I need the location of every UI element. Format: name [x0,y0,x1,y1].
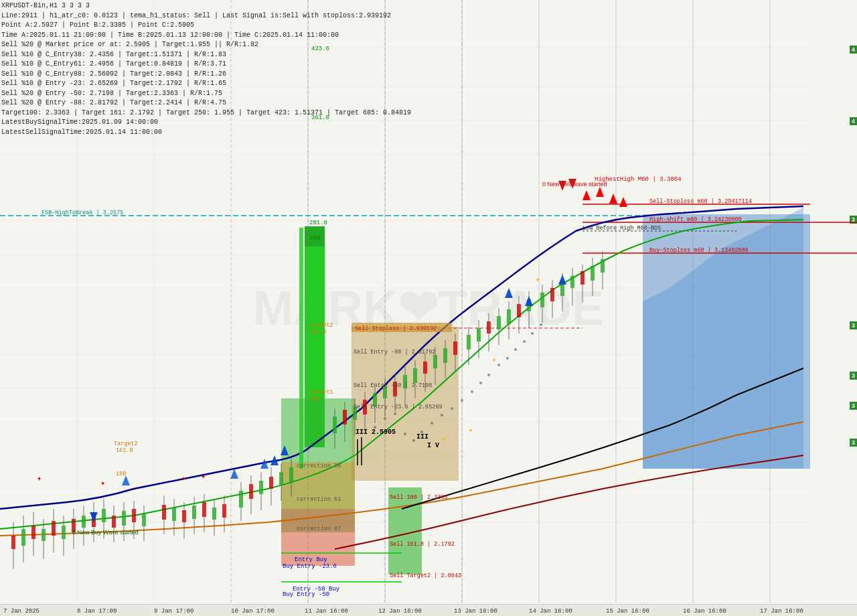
svg-text:Sell 100 | 2.3363: Sell 100 | 2.3363 [390,494,448,501]
svg-text:✦: ✦ [201,472,206,481]
svg-point-163 [487,374,490,376]
svg-text:Target2: Target2 [309,322,333,329]
svg-point-167 [523,340,526,343]
svg-marker-194 [90,512,98,522]
info-line-5: Sell %10 @ C_Entry38: 2.4356 | Target:1.… [1,50,411,60]
info-line-4: Sell %20 @ Market price or at: 2.5905 | … [1,40,411,50]
svg-text:✦: ✦ [181,474,185,483]
svg-text:correction 61: correction 61 [297,496,341,503]
svg-marker-176 [596,187,604,197]
svg-rect-80 [212,508,216,520]
time-label-3: 10 Jan 17:00 [231,608,275,615]
time-axis: 7 Jan 2025 8 Jan 17:00 9 Jan 17:00 10 Ja… [0,604,857,616]
svg-rect-96 [299,228,303,469]
svg-text:III 2.5905: III 2.5905 [356,429,396,436]
svg-rect-68 [142,514,146,526]
svg-rect-146 [580,271,585,285]
svg-rect-52 [62,526,66,539]
svg-text:250: 250 [309,235,320,242]
svg-text:Target1: Target1 [309,389,333,396]
svg-rect-114 [413,368,417,383]
svg-text:✦: ✦ [37,474,42,483]
svg-text:Entry -50 Buy: Entry -50 Buy [293,586,340,593]
svg-text:Sell Stoploss | 2.939192: Sell Stoploss | 2.939192 [355,325,437,332]
svg-rect-120 [443,348,447,363]
time-label-0: 7 Jan 2025 [3,608,40,615]
svg-rect-48 [42,529,46,541]
time-label-9: 16 Jan 16:00 [683,608,726,615]
svg-text:I V: I V [427,442,439,449]
svg-rect-132 [507,309,511,324]
svg-rect-118 [433,355,437,368]
svg-point-153 [394,412,396,415]
info-line-13: LatestSellSignalTime:2025.01.14 11:00:00 [1,128,411,138]
time-label-5: 12 Jan 16:00 [378,608,422,615]
svg-marker-175 [582,190,591,200]
svg-rect-60 [102,509,106,522]
svg-text:161.8: 161.8 [116,447,133,454]
info-line-12: LatestBuySignalTime:2025.01.09 14:00:00 [1,118,411,128]
svg-rect-86 [249,484,253,499]
svg-text:★: ★ [536,276,540,283]
svg-point-161 [471,390,473,393]
svg-text:HighestHigh   M60 | 3.3804: HighestHigh M60 | 3.3804 [595,176,682,183]
svg-rect-84 [239,491,243,508]
svg-rect-140 [550,288,554,301]
svg-marker-173 [558,275,566,285]
info-line-6: Sell %10 @ C_Entry61: 2.4956 | Target:0.… [1,60,411,70]
svg-rect-98 [333,416,337,433]
info-line-1: Line:2911 | h1_atr_c0: 0.0123 | tema_h1_… [1,11,411,21]
svg-text:100: 100 [309,396,319,402]
svg-rect-128 [487,321,491,333]
svg-text:★: ★ [442,435,446,443]
svg-point-157 [431,422,433,425]
svg-text:Sell Entry -23.6 | 2.65269: Sell Entry -23.6 | 2.65269 [354,404,443,410]
svg-point-155 [412,439,415,442]
info-line-9: Sell %20 @ Entry -50: 2.7198 | Target:2.… [1,89,411,99]
svg-text:correction 87: correction 87 [297,526,341,532]
svg-rect-134 [517,304,521,317]
svg-rect-148 [591,266,595,281]
svg-text:FSB-HighToBreak | 3.2575: FSB-HighToBreak | 3.2575 [42,210,123,216]
svg-text:Buy Entry -23.6: Buy Entry -23.6 [283,563,337,570]
time-label-4: 11 Jan 16:00 [305,608,348,615]
info-panel: XRPUSDT-Bin,H1 3 3 3 3 Line:2911 | h1_at… [1,1,411,137]
svg-rect-88 [259,481,263,494]
svg-rect-64 [122,511,126,526]
time-label-10: 17 Jan 16:00 [760,608,803,615]
svg-text:281.8: 281.8 [309,220,327,226]
svg-text:✦: ✦ [100,479,105,488]
svg-marker-172 [505,288,513,298]
svg-rect-94 [289,467,293,482]
svg-rect-124 [467,335,471,350]
svg-rect-130 [497,316,501,329]
svg-rect-100 [343,410,347,425]
svg-marker-178 [619,197,627,207]
svg-rect-126 [477,328,481,341]
svg-point-162 [479,382,482,384]
svg-text:★: ★ [469,427,473,434]
time-label-6: 13 Jan 16:00 [454,608,497,615]
svg-point-168 [531,332,534,335]
svg-rect-62 [112,516,116,528]
svg-text:Sell Entry -50 | 2.7198: Sell Entry -50 | 2.7198 [354,382,432,389]
svg-text:Buy-Stoploss m60 | 3.13482886: Buy-Stoploss m60 | 3.13482886 [649,247,749,254]
svg-text:correction 38: correction 38 [297,463,341,469]
svg-text:Sell-Stoploss m60 | 3.29417114: Sell-Stoploss m60 | 3.29417114 [649,198,752,205]
svg-text:Sell Target2 | 2.0843: Sell Target2 | 2.0843 [390,572,461,579]
time-label-1: 8 Jan 17:00 [77,608,116,615]
svg-rect-144 [570,276,574,288]
info-line-10: Sell %20 @ Entry -88: 2.81792 | Target:2… [1,98,411,108]
svg-point-158 [441,414,443,416]
info-line-11: Target100: 2.3363 | Target 161: 2.1792 |… [1,108,411,119]
svg-rect-150 [601,259,605,273]
svg-point-165 [506,357,509,360]
svg-text:100: 100 [116,471,126,477]
svg-rect-66 [132,509,136,522]
svg-rect-70 [162,505,166,520]
svg-rect-42 [11,536,15,549]
svg-rect-122 [453,341,457,355]
svg-text:III: III [416,433,428,441]
svg-rect-72 [172,508,176,521]
svg-rect-46 [31,526,35,539]
